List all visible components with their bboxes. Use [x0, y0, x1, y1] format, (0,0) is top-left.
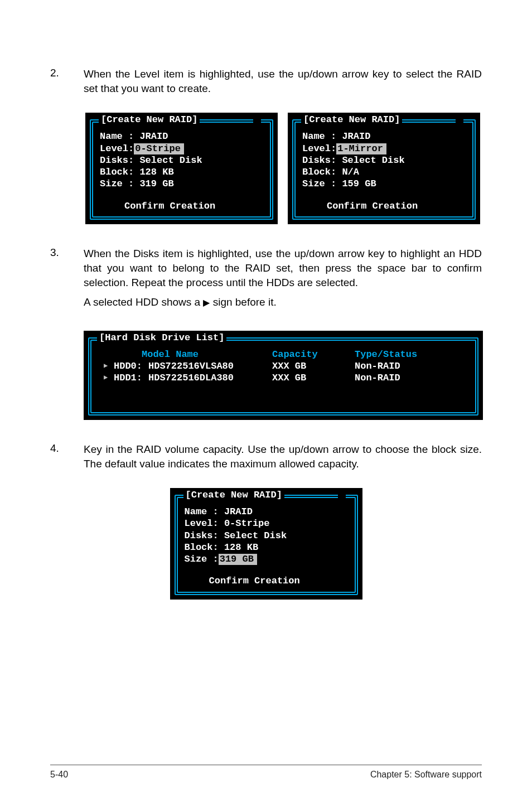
hdd-row[interactable]: ▶ HDD1: HDS722516DLA380 XXX GB Non-RAID [98, 372, 468, 384]
field-block: Block: N/A [302, 166, 466, 178]
field-block: Block: 128 KB [185, 542, 348, 553]
step-2-text: When the Level item is highlighted, use … [84, 67, 482, 96]
page: 2. When the Level item is highlighted, u… [0, 0, 532, 802]
step-3-body: When the Disks item is highlighted, use … [84, 247, 482, 314]
col-capacity-header: Capacity [272, 349, 355, 360]
hdd-capacity: XXX GB [272, 360, 355, 372]
field-block: Block: 128 KB [100, 166, 263, 178]
field-level: Level:1-Mirror [302, 143, 466, 154]
level-value-highlight[interactable]: 1-Mirror [336, 143, 386, 154]
panel-content: Name : JRAID Level: 0-Stripe Disks: Sele… [177, 503, 356, 590]
level-label: Level: [100, 143, 134, 154]
hdd-type: Non-RAID [355, 360, 400, 372]
col-type-header: Type/Status [355, 349, 417, 360]
bios-panels-row: [Create New RAID] Name : JRAID Level:0-S… [84, 113, 482, 224]
hdd-row[interactable]: ▶ HDD0: HDS722516VLSA80 XXX GB Non-RAID [98, 360, 468, 372]
bios-panel-size: [Create New RAID] Name : JRAID Level: 0-… [170, 488, 362, 600]
field-level: Level:0-Stripe [100, 143, 263, 154]
panel-title: [Create New RAID] [301, 114, 402, 125]
level-label: Level: [302, 143, 336, 154]
frame-tail [338, 489, 346, 499]
confirm-creation[interactable]: Confirm Creation [100, 200, 263, 212]
col-model-header: Model Name [142, 349, 272, 360]
step-2: 2. When the Level item is highlighted, u… [50, 67, 482, 96]
confirm-creation[interactable]: Confirm Creation [185, 575, 348, 587]
hdd-header: Model Name Capacity Type/Status [98, 349, 468, 360]
field-name: Name : JRAID [185, 506, 348, 518]
step-3-note: A selected HDD shows a ▶ sign before it. [84, 295, 482, 310]
step-3-num: 3. [50, 247, 84, 314]
field-name: Name : JRAID [100, 131, 263, 142]
step-3: 3. When the Disks item is highlighted, u… [50, 247, 482, 314]
note-b: sign before it. [210, 296, 276, 308]
panel-title: [Create New RAID] [99, 114, 200, 125]
page-number: 5-40 [50, 770, 68, 780]
step-4-num: 4. [50, 442, 84, 471]
field-disks: Disks: Select Disk [302, 154, 466, 166]
step-2-num: 2. [50, 67, 84, 96]
page-footer: 5-40 Chapter 5: Software support [50, 765, 482, 780]
step-4-text: Key in the RAID volume capacity. Use the… [84, 442, 482, 471]
size-value-highlight[interactable]: 319 GB [219, 554, 257, 565]
note-a: A selected HDD shows a [84, 296, 203, 308]
selected-marker-icon: ▶ [104, 374, 114, 382]
hdd-id: HDD0: [114, 360, 148, 372]
step-4: 4. Key in the RAID volume capacity. Use … [50, 442, 482, 471]
bios-panel-stripe: [Create New RAID] Name : JRAID Level:0-S… [85, 113, 278, 224]
panel-title: [Hard Disk Drive List] [97, 332, 226, 344]
triangle-sign-icon: ▶ [203, 298, 210, 307]
field-level: Level: 0-Stripe [185, 518, 348, 529]
panel-content: Name : JRAID Level:0-Stripe Disks: Selec… [92, 127, 271, 214]
frame-tail [456, 114, 463, 124]
selected-marker-icon: ▶ [104, 362, 114, 370]
hdd-id: HDD1: [114, 372, 148, 384]
step-3-text: When the Disks item is highlighted, use … [84, 247, 482, 291]
field-disks: Disks: Select Disk [185, 530, 348, 542]
hdd-capacity: XXX GB [272, 372, 355, 384]
field-disks: Disks: Select Disk [100, 154, 263, 166]
field-size: Size :319 GB [185, 553, 348, 565]
hdd-model: HDS722516VLSA80 [148, 360, 272, 372]
confirm-creation[interactable]: Confirm Creation [302, 200, 466, 212]
bios-hdd-list: [Hard Disk Drive List] Model Name Capaci… [84, 331, 483, 420]
panel-content: Model Name Capacity Type/Status ▶ HDD0: … [90, 345, 476, 386]
field-name: Name : JRAID [302, 131, 466, 142]
level-value-highlight[interactable]: 0-Stripe [134, 143, 184, 154]
panel-title: [Create New RAID] [183, 489, 284, 501]
bios-panel-mirror: [Create New RAID] Name : JRAID Level:1-M… [288, 113, 480, 224]
hdd-model: HDS722516DLA380 [148, 372, 272, 384]
panel-content: Name : JRAID Level:1-Mirror Disks: Selec… [294, 127, 473, 214]
hdd-type: Non-RAID [355, 372, 400, 384]
field-size: Size : 159 GB [302, 178, 466, 190]
chapter-label: Chapter 5: Software support [370, 770, 482, 780]
field-size: Size : 319 GB [100, 178, 263, 190]
frame-tail [253, 114, 261, 124]
size-label: Size : [185, 554, 219, 564]
